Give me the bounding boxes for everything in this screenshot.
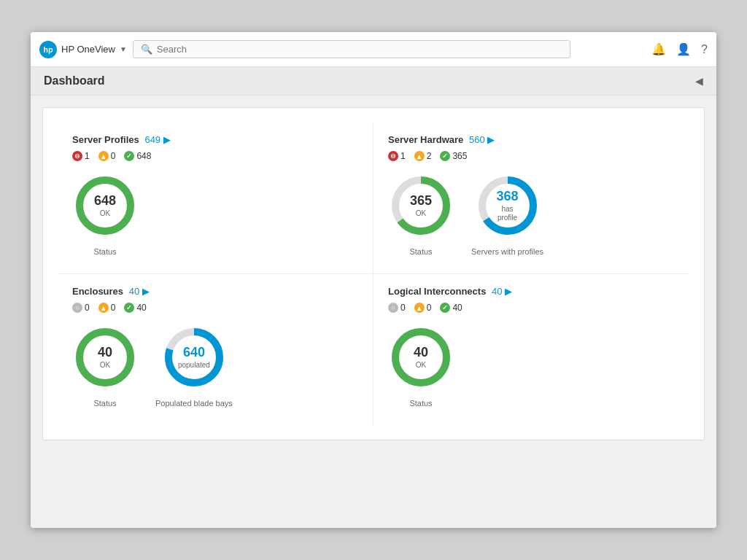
donut-enc-blades-center: 640 populated [178,345,210,370]
donut-li-status: 40 OK [388,324,454,390]
li-unknown-icon: ○ [388,303,398,313]
donut-enc-center: 40 OK [98,345,112,370]
donut-sp-value: 648 [94,193,116,209]
chart-enc-blades[interactable]: 640 populated Populated blade bays [155,324,233,408]
donut-enc-value: 40 [98,345,112,361]
donut-enc-status: 40 OK [72,324,138,390]
server-hardware-count-link[interactable]: 560 ▶ [469,134,495,145]
donut-sh-status: 365 OK [388,173,454,238]
badge-error: ⊖ 1 [72,151,90,161]
help-icon[interactable]: ? [701,43,708,56]
chart-sh-status-label: Status [409,247,432,256]
chart-sp-status[interactable]: 648 OK Status [72,173,138,256]
brand-area[interactable]: hp HP OneView ▼ [39,41,127,58]
page-title: Dashboard [44,74,105,88]
sh-badge-warning: ▲ 2 [414,151,432,161]
donut-sh-profiles: 368 has profile [475,173,541,238]
donut-li-sub: OK [414,361,428,370]
server-hardware-badges: ⊖ 1 ▲ 2 ✓ 365 [388,151,675,161]
enclosures-badges: ○ 0 ▲ 0 ✓ 40 [72,303,358,313]
donut-enc-blades-value: 640 [178,345,210,361]
logical-interconnects-badges: ○ 0 ▲ 0 ✓ 40 [388,303,675,313]
donut-sp-sub: OK [94,209,116,218]
chart-sh-profiles[interactable]: 368 has profile Servers with profiles [471,173,543,256]
logical-interconnects-title: Logical Interconnects 40 ▶ [388,286,675,297]
brand-dropdown-icon[interactable]: ▼ [120,45,127,53]
li-warning-icon: ▲ [414,303,425,313]
donut-sh-center: 365 OK [410,193,432,218]
sh-badge-error: ⊖ 1 [388,151,406,161]
sh-ok-icon: ✓ [440,151,450,161]
enc-ok-icon: ✓ [124,303,134,313]
sh-warning-icon: ▲ [414,151,425,161]
enclosures-charts: 40 OK Status [72,324,358,408]
chart-enc-label: Status [93,399,116,408]
chart-li-label: Status [409,399,432,408]
li-badge-ok: ✓ 40 [440,303,462,313]
chart-sp-label: Status [93,247,116,256]
server-profiles-section: Server Profiles 649 ▶ ⊖ 1 [58,122,374,274]
li-ok-icon: ✓ [440,303,450,313]
badge-warning: ▲ 0 [98,151,116,161]
enc-warning-icon: ▲ [98,303,109,313]
badge-ok: ✓ 648 [124,151,151,161]
search-input[interactable] [157,44,562,55]
server-hardware-section: Server Hardware 560 ▶ ⊖ 1 [374,122,689,274]
warning-icon: ▲ [98,151,109,161]
server-profiles-charts: 648 OK Status [72,173,358,256]
donut-sh-profiles-value: 368 [491,189,524,205]
enc-badge-warning: ▲ 0 [98,303,116,313]
chart-li-status[interactable]: 40 OK Status [388,324,454,408]
search-icon: 🔍 [141,44,152,55]
li-badge-warning: ▲ 0 [414,303,432,313]
donut-enc-blades: 640 populated [161,324,227,390]
server-profiles-title: Server Profiles 649 ▶ [72,134,358,145]
donut-enc-sub: OK [98,361,112,370]
page-header: Dashboard ◀ [31,67,716,96]
enc-unknown-icon: ○ [72,303,82,313]
server-hardware-title: Server Hardware 560 ▶ [388,134,675,145]
collapse-button[interactable]: ◀ [695,75,703,87]
sh-error-icon: ⊖ [388,151,398,161]
donut-sh-profiles-center: 368 has profile [491,189,524,222]
chart-sh-profiles-label: Servers with profiles [471,247,543,256]
server-hardware-charts: 365 OK Status [388,173,675,256]
notifications-icon[interactable]: 🔔 [651,42,666,56]
dashboard-panel: Server Profiles 649 ▶ ⊖ 1 [42,107,705,440]
donut-li-center: 40 OK [414,345,428,370]
li-badge-unknown: ○ 0 [388,303,406,313]
donut-sh-sub: OK [410,209,432,218]
sh-badge-ok: ✓ 365 [440,151,467,161]
dashboard-grid: Server Profiles 649 ▶ ⊖ 1 [58,122,689,425]
enc-badge-ok: ✓ 40 [124,303,146,313]
topbar-icons: 🔔 👤 ? [651,42,708,56]
ok-icon: ✓ [124,151,134,161]
server-profiles-badges: ⊖ 1 ▲ 0 ✓ 648 [72,151,358,161]
hp-logo: hp [39,41,57,58]
donut-sh-profiles-sub: has profile [491,205,524,222]
server-profiles-count-link[interactable]: 649 ▶ [144,134,170,145]
logical-interconnects-count-link[interactable]: 40 ▶ [492,286,512,297]
chart-sh-status[interactable]: 365 OK Status [388,173,454,256]
brand-name: HP OneView [61,44,115,55]
chart-enc-status[interactable]: 40 OK Status [72,324,138,408]
donut-enc-blades-sub: populated [178,361,210,370]
donut-sp-status: 648 OK [72,173,138,238]
topbar: hp HP OneView ▼ 🔍 🔔 👤 ? [31,32,716,67]
logical-interconnects-section: Logical Interconnects 40 ▶ ○ 0 [374,274,689,425]
search-box[interactable]: 🔍 [133,40,570,58]
chart-enc-blades-label: Populated blade bays [155,399,233,408]
dashboard-content: Server Profiles 649 ▶ ⊖ 1 [31,96,716,528]
error-icon: ⊖ [72,151,82,161]
main-area: Dashboard ◀ Server Profiles 649 ▶ [31,67,716,528]
donut-li-value: 40 [414,345,428,361]
donut-sp-center: 648 OK [94,193,116,218]
app-window: hp HP OneView ▼ 🔍 🔔 👤 ? Dashboard ◀ [31,32,716,528]
enc-badge-unknown: ○ 0 [72,303,90,313]
logical-interconnects-charts: 40 OK Status [388,324,675,408]
enclosures-count-link[interactable]: 40 ▶ [129,286,150,297]
enclosures-title: Enclosures 40 ▶ [72,286,358,297]
enclosures-section: Enclosures 40 ▶ ○ 0 [58,274,374,425]
user-icon[interactable]: 👤 [676,42,691,56]
donut-sh-value: 365 [410,193,432,209]
